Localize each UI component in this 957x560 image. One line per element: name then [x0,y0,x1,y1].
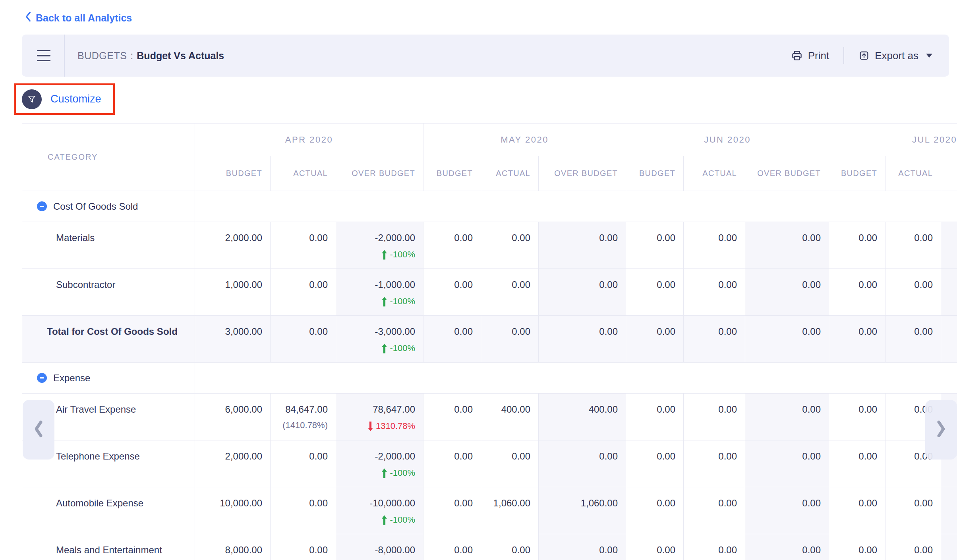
month-header-apr: APR 2020 [195,124,423,156]
table-row: Subcontractor1,000.000.00-1,000.00-100%0… [22,269,957,316]
budget-column-header: BUDGET [423,156,481,191]
actual-cell: 1,060.00 [481,487,539,534]
over-budget-cell: 0.00 [539,440,626,487]
hamburger-menu-icon[interactable] [37,50,50,62]
category-cell: Automobile Expense [22,487,195,534]
budget-cell: 0.00 [626,487,684,534]
arrow-down-icon [368,421,373,431]
over-budget-cell [941,222,957,269]
budget-cell: 1,000.00 [195,269,271,316]
over-budget-cell: -1,000.00-100% [336,269,423,316]
actual-cell: 0.00 [481,316,539,363]
over-budget-cell: 0.00 [539,269,626,316]
module-name: BUDGETS [77,50,127,62]
budget-cell: 0.00 [626,222,684,269]
actual-cell: 0.00 [684,269,745,316]
over-budget-cell: -8,000.00 [336,534,423,560]
over-budget-cell: 0.00 [539,534,626,560]
budget-column-header: BUDGET [829,156,885,191]
month-header-jul: JUL 2020 [829,124,957,156]
budget-cell: 0.00 [423,534,481,560]
actual-cell: 0.00 [481,269,539,316]
budget-cell: 8,000.00 [195,534,271,560]
budget-cell: 2,000.00 [195,222,271,269]
actual-cell: 0.00 [271,316,336,363]
budget-cell: 0.00 [829,534,885,560]
budget-cell: 2,000.00 [195,440,271,487]
actual-column-header: ACTUAL [271,156,336,191]
over-budget-percent: -100% [336,249,415,260]
report-name: Budget Vs Actuals [137,50,224,62]
table-row: Total for Cost Of Goods Sold3,000.000.00… [22,316,957,363]
budget-cell: 0.00 [829,487,885,534]
over-budget-percent: -100% [336,296,415,307]
customize-button[interactable]: Customize [14,83,115,115]
collapse-group-icon[interactable] [37,373,47,383]
table-row: Meals and Entertainment8,000.000.00-8,00… [22,534,957,560]
print-button[interactable]: Print [791,50,829,62]
over-budget-cell: 0.00 [539,316,626,363]
actual-cell: 0.00 [885,316,941,363]
over-budget-cell: -10,000.00-100% [336,487,423,534]
over-budget-cell: 1,060.00 [539,487,626,534]
actual-cell: 0.00 [271,534,336,560]
collapse-group-icon[interactable] [37,201,47,211]
arrow-up-icon [382,297,387,307]
over-budget-cell: 0.00 [745,487,829,534]
scroll-left-button[interactable] [23,400,54,460]
toolbar-divider [843,47,844,64]
table-row: Automobile Expense10,000.000.00-10,000.0… [22,487,957,534]
category-column-header: CATEGORY [22,124,195,191]
actual-cell: 0.00 [481,534,539,560]
table-row: Expense [22,363,957,394]
actual-cell: 400.00 [481,394,539,440]
chevron-left-icon [33,420,44,440]
actual-cell: 0.00 [481,440,539,487]
over-budget-cell: 0.00 [745,222,829,269]
actual-cell: 0.00 [684,534,745,560]
over-budget-column-header: OVER BUDGET [941,156,957,191]
actual-cell: 0.00 [684,394,745,440]
arrow-up-icon [382,344,387,353]
scroll-right-button[interactable] [925,400,957,460]
over-budget-cell: 0.00 [745,394,829,440]
arrow-up-icon [382,515,387,525]
category-cell: Meals and Entertainment [22,534,195,560]
table-row: Air Travel Expense6,000.0084,647.00(1410… [22,394,957,440]
customize-label: Customize [50,93,101,105]
over-budget-cell: -2,000.00-100% [336,222,423,269]
back-to-analytics-link[interactable]: Back to all Analytics [25,11,132,25]
actual-cell: 0.00 [885,269,941,316]
table-row: Telephone Expense2,000.000.00-2,000.00-1… [22,440,957,487]
budget-cell: 0.00 [829,316,885,363]
budget-cell: 0.00 [423,487,481,534]
budget-cell: 0.00 [423,269,481,316]
category-cell: Cost Of Goods Sold [22,191,195,222]
budget-cell: 10,000.00 [195,487,271,534]
category-cell: Expense [22,363,195,394]
over-budget-percent: -100% [336,343,415,353]
printer-icon [791,50,803,62]
actual-column-header: ACTUAL [885,156,941,191]
budget-column-header: BUDGET [195,156,271,191]
budget-cell: 0.00 [626,316,684,363]
actual-cell: 0.00 [684,440,745,487]
budget-cell: 3,000.00 [195,316,271,363]
table-body: Cost Of Goods SoldMaterials2,000.000.00-… [22,191,957,560]
budget-cell: 0.00 [829,394,885,440]
export-icon [858,50,870,61]
over-budget-cell: 0.00 [745,269,829,316]
budget-column-header: BUDGET [626,156,684,191]
budget-cell: 0.00 [626,394,684,440]
group-label: Cost Of Goods Sold [53,201,138,212]
actual-cell: 0.00 [271,222,336,269]
export-as-button[interactable]: Export as [858,50,932,62]
actual-column-header: ACTUAL [481,156,539,191]
over-budget-cell [941,316,957,363]
budget-cell: 0.00 [423,222,481,269]
actual-percent: (1410.78%) [271,420,328,431]
actual-cell: 0.00 [271,440,336,487]
back-link-label: Back to all Analytics [36,12,132,24]
actual-column-header: ACTUAL [684,156,745,191]
group-label: Expense [53,373,90,384]
